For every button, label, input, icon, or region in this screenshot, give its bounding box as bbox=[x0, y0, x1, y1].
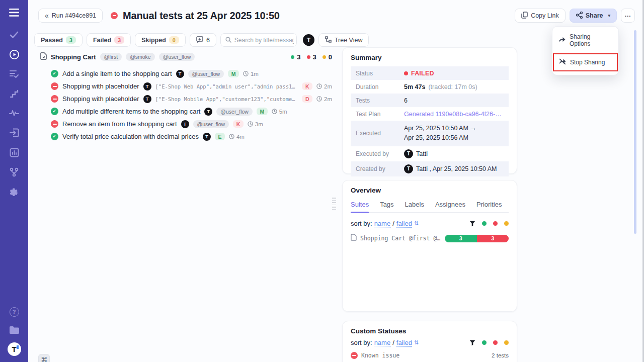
sort-direction-icon[interactable]: ⇅ bbox=[414, 339, 419, 346]
tag-pill[interactable]: @user_flow bbox=[193, 120, 229, 128]
sharing-options-icon bbox=[558, 37, 566, 44]
chevron-down-icon[interactable]: ▾ bbox=[608, 13, 610, 18]
folder-icon[interactable] bbox=[9, 324, 20, 335]
test-row[interactable]: Remove an item from the shopping cart T … bbox=[40, 118, 332, 130]
duration: 5m bbox=[272, 109, 287, 115]
duration: 2m bbox=[316, 96, 332, 102]
test-row[interactable]: Add a single item to the shopping cart T… bbox=[40, 67, 332, 80]
legend-failed-dot[interactable] bbox=[493, 340, 498, 345]
milestones-steps-icon[interactable] bbox=[9, 88, 20, 99]
help-icon[interactable]: ? bbox=[9, 306, 20, 317]
duration: 2m bbox=[316, 83, 332, 89]
suite-row[interactable]: Shopping Cart @first @smoke @user_flow 3… bbox=[40, 51, 332, 63]
label-badge: K bbox=[302, 82, 312, 90]
test-name: Remove an item from the shopping cart bbox=[62, 120, 177, 128]
label-badge: M bbox=[228, 70, 239, 77]
command-key-shortcut-chip[interactable]: ⌘ bbox=[38, 354, 50, 362]
runs-play-icon[interactable] bbox=[9, 49, 20, 60]
topbar-actions: Copy Link Share ▾ ⋯ bbox=[515, 9, 635, 23]
tag-pill[interactable]: @user_flow bbox=[188, 70, 224, 78]
skipped-count-badge: 0 bbox=[169, 36, 179, 44]
menu-hamburger-icon[interactable] bbox=[9, 7, 20, 18]
filter-passed-button[interactable]: Passed 3 bbox=[34, 33, 83, 47]
overview-tabs: Suites Tags Labels Assignees Priorities bbox=[351, 201, 509, 213]
vertical-scrollbar-thumb[interactable] bbox=[634, 30, 636, 234]
overview-suite-row[interactable]: Shopping Cart @first @smoke … 3 3 bbox=[351, 234, 509, 243]
tag-pill[interactable]: @user_flow bbox=[216, 108, 253, 116]
test-plan-link[interactable]: Generated 1190e08b-ca96-4f26-b10f-d6dc..… bbox=[404, 111, 504, 118]
avatar: T bbox=[143, 82, 151, 90]
menu-item-stop-sharing[interactable]: Stop Sharing bbox=[553, 53, 618, 71]
analytics-pulse-icon[interactable] bbox=[9, 108, 20, 119]
settings-gear-icon[interactable] bbox=[9, 186, 20, 197]
sort-by-name-link[interactable]: name bbox=[374, 339, 391, 346]
tree-view-button[interactable]: Tree View bbox=[318, 33, 369, 47]
legend-skipped-dot[interactable] bbox=[504, 340, 509, 345]
comment-plus-icon bbox=[196, 36, 203, 44]
back-to-run-button[interactable]: « Run #494ce891 bbox=[38, 9, 103, 23]
test-row[interactable]: Add multiple different items to the shop… bbox=[40, 105, 332, 118]
share-dropdown-menu: Sharing Options Stop Sharing bbox=[552, 26, 619, 75]
tab-assignees[interactable]: Assignees bbox=[435, 201, 465, 208]
label-badge: K bbox=[233, 120, 244, 128]
summary-card: Summary Status FAILED Duration 5m 47s(tr… bbox=[342, 47, 517, 174]
sort-by-failed-link[interactable]: failed bbox=[396, 339, 412, 346]
tab-tags[interactable]: Tags bbox=[380, 201, 393, 208]
legend-passed-dot[interactable] bbox=[482, 221, 487, 226]
label-badge: M bbox=[257, 108, 268, 115]
test-name: Shopping with placeholder bbox=[62, 82, 139, 90]
filter-funnel-icon[interactable] bbox=[469, 340, 475, 346]
test-row[interactable]: Shopping with placeholder T ["E-Shop Mob… bbox=[40, 93, 332, 105]
sidebar: ? T bbox=[0, 0, 28, 362]
copy-link-button[interactable]: Copy Link bbox=[515, 9, 566, 23]
test-status-icon bbox=[51, 82, 58, 90]
comments-filter-button[interactable]: 6 bbox=[190, 33, 216, 47]
back-chevrons-icon: « bbox=[45, 12, 49, 20]
reports-chart-icon[interactable] bbox=[9, 147, 20, 158]
known-issue-status-icon bbox=[351, 352, 358, 359]
skipped-dot bbox=[323, 55, 326, 59]
sort-by-failed-link[interactable]: failed bbox=[396, 220, 412, 227]
search-box[interactable] bbox=[220, 33, 297, 47]
legend-passed-dot[interactable] bbox=[482, 340, 487, 345]
summary-title: Summary bbox=[351, 54, 509, 61]
sidebar-nav bbox=[9, 29, 20, 197]
test-plans-icon[interactable] bbox=[9, 68, 20, 79]
avatar: T bbox=[181, 120, 189, 128]
custom-status-row[interactable]: Known issue 2 tests bbox=[351, 352, 509, 359]
sort-by-name-link[interactable]: name bbox=[374, 220, 391, 227]
test-row[interactable]: Verify total price calculation with deci… bbox=[40, 130, 332, 143]
test-name: Add a single item to the shopping cart bbox=[62, 70, 172, 77]
tab-suites[interactable]: Suites bbox=[351, 201, 369, 208]
test-status-icon bbox=[51, 120, 58, 128]
custom-sort-row: sort by: name / failed ⇅ bbox=[351, 339, 509, 346]
legend-skipped-dot[interactable] bbox=[504, 221, 509, 226]
search-input[interactable] bbox=[234, 37, 294, 44]
test-row[interactable]: Shopping with placeholder T ["E-Shop Web… bbox=[40, 80, 332, 93]
avatar: T bbox=[404, 164, 413, 173]
share-button[interactable]: Share ▾ bbox=[570, 9, 617, 23]
tab-labels[interactable]: Labels bbox=[405, 201, 424, 208]
branches-icon[interactable] bbox=[9, 166, 20, 177]
tests-check-icon[interactable] bbox=[9, 29, 20, 40]
assignee-avatar[interactable]: T bbox=[303, 34, 314, 46]
tag-pill[interactable]: @user_flow bbox=[159, 53, 195, 61]
sort-direction-icon[interactable]: ⇅ bbox=[414, 220, 419, 227]
panel-resize-handle[interactable] bbox=[332, 198, 336, 210]
bar-failed-segment: 3 bbox=[477, 235, 509, 242]
testomat-logo-avatar[interactable]: T bbox=[8, 342, 21, 356]
tab-priorities[interactable]: Priorities bbox=[476, 201, 502, 208]
more-options-button[interactable]: ⋯ bbox=[621, 9, 635, 23]
tag-pill[interactable]: @smoke bbox=[126, 53, 155, 61]
filter-funnel-icon[interactable] bbox=[469, 221, 475, 227]
custom-status-count: 2 tests bbox=[492, 352, 509, 358]
legend-failed-dot[interactable] bbox=[493, 221, 498, 226]
tag-pill[interactable]: @first bbox=[100, 53, 122, 61]
test-parameters: ["E-Shop Mobile App","customer123","cust… bbox=[155, 96, 298, 102]
filter-failed-button[interactable]: Failed 3 bbox=[87, 33, 131, 47]
filter-skipped-button[interactable]: Skipped 0 bbox=[135, 33, 186, 47]
import-icon[interactable] bbox=[9, 127, 20, 138]
menu-item-sharing-options[interactable]: Sharing Options bbox=[552, 29, 618, 52]
run-id-label: Run #494ce891 bbox=[52, 12, 96, 19]
share-icon bbox=[576, 12, 583, 20]
